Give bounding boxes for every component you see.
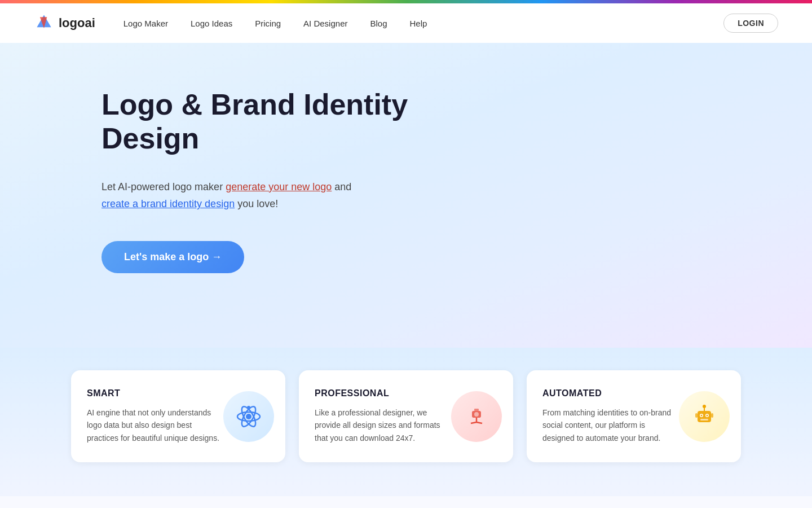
subtitle-middle: and (334, 181, 351, 192)
hero-title: Logo & Brand Identity Design (102, 88, 440, 156)
professional-card-text: Like a professional designer, we provide… (315, 406, 450, 444)
atom-svg (234, 402, 263, 431)
svg-rect-12 (474, 409, 479, 411)
nav-blog[interactable]: Blog (370, 19, 387, 28)
logo[interactable]: logoai (34, 13, 95, 33)
automated-card-text: From matching identities to on-brand soc… (542, 406, 678, 444)
svg-point-16 (701, 414, 703, 416)
automated-card-icon-area (679, 391, 730, 442)
navigation: logoai Logo Maker Logo Ideas Pricing AI … (0, 3, 812, 43)
subtitle-suffix: you love! (237, 198, 278, 209)
svg-point-2 (246, 414, 251, 419)
designer-icon (451, 391, 502, 442)
stats-section: LogoAi has helped 2,665,308 businesses c… (0, 496, 812, 508)
robot-svg (690, 402, 719, 431)
nav-ai-designer[interactable]: AI Designer (303, 19, 347, 28)
login-button[interactable]: LOGIN (723, 14, 778, 33)
logo-icon (34, 13, 54, 33)
logo-text: logoai (59, 16, 95, 30)
nav-help[interactable]: Help (410, 19, 427, 28)
nav-links: Logo Maker Logo Ideas Pricing AI Designe… (123, 19, 723, 28)
hero-section: Logo & Brand Identity Design Let AI-powe… (0, 43, 812, 348)
atom-icon (223, 391, 274, 442)
svg-rect-18 (700, 419, 708, 421)
nav-logo-ideas[interactable]: Logo Ideas (191, 19, 232, 28)
automated-card: AUTOMATED From matching identities to on… (527, 370, 741, 462)
svg-point-6 (247, 406, 250, 409)
nav-pricing[interactable]: Pricing (255, 19, 281, 28)
cards-section: SMART AI engine that not only understand… (0, 348, 812, 496)
svg-point-8 (474, 412, 479, 417)
nav-logo-maker[interactable]: Logo Maker (123, 19, 168, 28)
svg-line-10 (471, 422, 476, 423)
professional-card-icon-area (451, 391, 502, 442)
svg-line-11 (476, 422, 482, 423)
robot-icon (679, 391, 730, 442)
svg-rect-22 (711, 413, 713, 418)
smart-card: SMART AI engine that not only understand… (71, 370, 285, 462)
brand-identity-link[interactable]: create a brand identity design (102, 198, 235, 209)
smart-card-text: AI engine that not only understands logo… (87, 406, 222, 444)
smart-card-icon-area (223, 391, 274, 442)
cta-button[interactable]: Let's make a logo → (102, 241, 244, 273)
subtitle-prefix: Let AI-powered logo maker (102, 181, 226, 192)
hero-subtitle: Let AI-powered logo maker generate your … (102, 178, 395, 213)
designer-svg (462, 402, 491, 431)
svg-point-20 (703, 405, 706, 408)
svg-rect-21 (695, 413, 698, 418)
generate-logo-link[interactable]: generate your new logo (226, 181, 332, 192)
svg-point-17 (707, 414, 708, 416)
professional-card: PROFESSIONAL Like a professional designe… (299, 370, 513, 462)
